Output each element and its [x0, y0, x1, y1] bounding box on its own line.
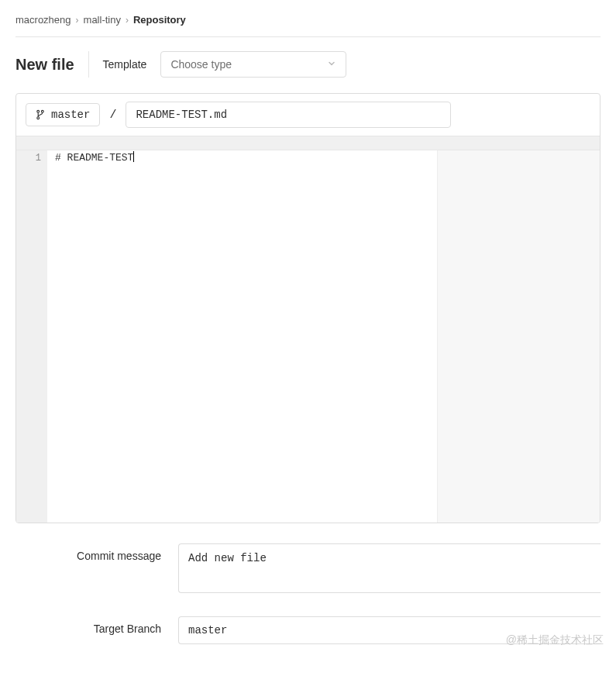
code-area[interactable]: 1 # README-TEST [16, 150, 600, 523]
page-header: New file Template Choose type [15, 37, 601, 93]
chevron-right-icon: › [126, 15, 129, 26]
target-branch-input[interactable] [178, 616, 601, 644]
commit-form: Commit message Target Branch [15, 523, 601, 677]
chevron-down-icon [327, 58, 336, 71]
divider [88, 51, 89, 78]
branch-select[interactable]: master [26, 103, 100, 126]
filename-input[interactable] [126, 102, 451, 128]
editor-toolbar: master / [16, 94, 600, 136]
svg-point-2 [37, 117, 40, 119]
template-label: Template [103, 58, 147, 71]
print-margin [437, 150, 600, 523]
breadcrumb-owner[interactable]: macrozheng [15, 14, 71, 26]
svg-point-0 [37, 110, 40, 112]
code-content[interactable]: # README-TEST [47, 150, 600, 523]
template-select-placeholder: Choose type [170, 58, 232, 71]
code-line: # README-TEST [55, 152, 133, 164]
commit-message-input[interactable] [178, 543, 601, 593]
breadcrumb-repo[interactable]: mall-tiny [84, 14, 121, 26]
breadcrumb-current: Repository [133, 14, 186, 26]
line-number: 1 [16, 151, 41, 165]
branch-icon [36, 109, 45, 120]
branch-name: master [51, 109, 90, 121]
line-gutter: 1 [16, 150, 47, 523]
breadcrumb: macrozheng › mall-tiny › Repository [15, 8, 601, 37]
page-title: New file [15, 56, 74, 74]
target-branch-label: Target Branch [15, 616, 178, 635]
editor-ruler [16, 136, 600, 150]
chevron-right-icon: › [76, 15, 79, 26]
svg-point-1 [41, 110, 43, 112]
text-cursor [133, 151, 134, 162]
path-separator: / [109, 109, 116, 122]
template-select[interactable]: Choose type [160, 51, 346, 78]
commit-message-label: Commit message [15, 543, 178, 562]
editor: master / 1 # README-TEST [15, 93, 601, 523]
